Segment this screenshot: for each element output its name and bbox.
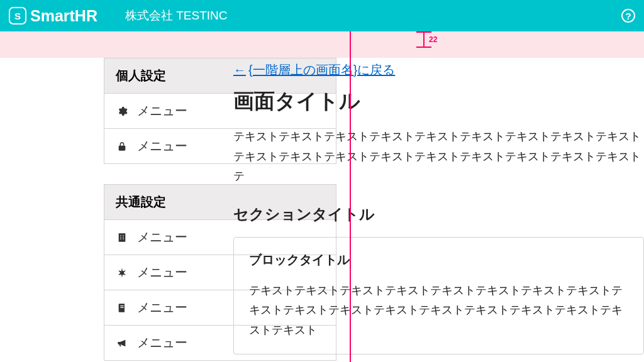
sidebar-item-label: メニュー	[137, 138, 187, 155]
sidebar-item-label: メニュー	[137, 299, 187, 316]
measurement-vertical-line	[350, 31, 351, 362]
sidebar-item-label: メニュー	[137, 334, 187, 351]
company-name: 株式会社 TESTINC	[125, 8, 228, 24]
gear-icon	[116, 105, 128, 118]
megaphone-icon	[116, 337, 128, 349]
logo-icon: S	[9, 7, 26, 25]
back-link[interactable]: ← {一階層上の画面名}に戻る	[233, 62, 395, 79]
sidebar: 個人設定 メニュー メニュー 共通設定 メニュー メニュー	[0, 58, 230, 362]
book-icon	[116, 302, 128, 314]
page-title: 画面タイトル	[233, 87, 644, 116]
block-text: テキストテキストテキストテキストテキストテキストテキストテキストテキストテキスト…	[249, 281, 628, 341]
app-header: S SmartHR 株式会社 TESTINC ?	[0, 0, 644, 31]
lock-icon	[116, 140, 128, 153]
block-title: ブロックタイトル	[249, 251, 628, 268]
logo-letter: S	[14, 11, 21, 21]
arrow-left-icon: ←	[233, 63, 246, 77]
section-title: セクションタイトル	[233, 204, 644, 224]
logo[interactable]: S SmartHR	[9, 7, 97, 25]
asterisk-icon	[116, 266, 128, 279]
building-icon	[116, 231, 128, 244]
help-icon[interactable]: ?	[621, 9, 635, 23]
sidebar-item-label: メニュー	[137, 102, 187, 119]
sidebar-item-label: メニュー	[137, 229, 187, 246]
header-left: S SmartHR 株式会社 TESTINC	[9, 7, 228, 25]
page-description: テキストテキストテキストテキストテキストテキストテキストテキストテキストテキスト…	[233, 127, 644, 187]
logo-text: SmartHR	[30, 7, 97, 25]
content-block: ブロックタイトル テキストテキストテキストテキストテキストテキストテキストテキス…	[233, 237, 644, 355]
measurement-value: 22	[429, 35, 437, 44]
back-link-text: {一階層上の画面名}に戻る	[248, 62, 395, 79]
measurement-vline	[423, 31, 425, 47]
measurement-tick	[416, 47, 431, 48]
notification-bar	[0, 31, 644, 58]
main-content: ← {一階層上の画面名}に戻る 画面タイトル テキストテキストテキストテキストテ…	[230, 58, 644, 362]
main-container: 個人設定 メニュー メニュー 共通設定 メニュー メニュー	[0, 58, 644, 362]
sidebar-item-label: メニュー	[137, 264, 187, 281]
